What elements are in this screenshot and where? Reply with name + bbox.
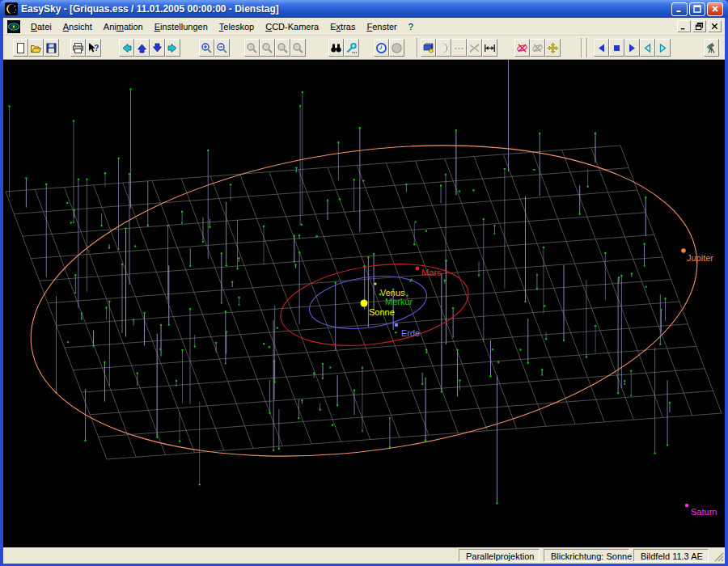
menu-item-fenster[interactable]: Fenster bbox=[361, 19, 402, 34]
menu-item-?[interactable]: ? bbox=[403, 19, 419, 34]
zoom-preset-1-button bbox=[244, 39, 260, 57]
menu-item-teleskop[interactable]: Teleskop bbox=[214, 19, 260, 34]
easysky-moon-icon bbox=[5, 2, 18, 15]
gray-circle-icon bbox=[391, 42, 403, 54]
magnifier-plus-icon bbox=[201, 42, 213, 54]
magnifier-gray-icon bbox=[292, 42, 304, 54]
night-mode-button[interactable] bbox=[436, 39, 451, 57]
menu-item-datei[interactable]: Datei bbox=[25, 19, 57, 34]
save-button[interactable] bbox=[44, 39, 59, 57]
toolbar-group bbox=[704, 39, 719, 57]
erde-dot[interactable] bbox=[395, 323, 398, 327]
maximize-button[interactable] bbox=[689, 2, 705, 16]
animate-stop-button[interactable] bbox=[609, 39, 624, 57]
planet-jupiter[interactable]: Jupiter bbox=[681, 248, 713, 263]
menu-item-ansicht[interactable]: Ansicht bbox=[57, 19, 98, 34]
toolbar-group bbox=[640, 39, 671, 57]
jupiter-dot[interactable] bbox=[681, 248, 686, 253]
open-folder-icon bbox=[30, 42, 42, 54]
open-button[interactable] bbox=[28, 39, 44, 57]
track-dots-button bbox=[451, 39, 467, 57]
merkur-dot[interactable] bbox=[379, 293, 381, 295]
find-button[interactable] bbox=[328, 39, 344, 57]
orbit-labels-button bbox=[530, 39, 545, 57]
new-button[interactable] bbox=[13, 39, 28, 57]
telescope-icon bbox=[705, 42, 717, 54]
sonne-dot[interactable] bbox=[361, 300, 368, 307]
pan-down-button[interactable] bbox=[150, 39, 165, 57]
toolbar-separator bbox=[581, 38, 582, 57]
merkur-label: Merkur bbox=[385, 297, 413, 306]
telescope-button[interactable] bbox=[704, 39, 719, 57]
clock-icon bbox=[375, 42, 387, 54]
child-restore-button[interactable] bbox=[692, 20, 706, 32]
toolbar-group bbox=[328, 39, 359, 57]
save-icon bbox=[45, 42, 57, 54]
time-button[interactable] bbox=[374, 39, 389, 57]
zoom-preset-4-button bbox=[290, 39, 306, 57]
status-projection: Parallelprojektion bbox=[459, 549, 540, 562]
settings-button[interactable] bbox=[344, 39, 359, 57]
arrow-left-cyan-icon bbox=[121, 42, 133, 54]
toolbar-group bbox=[514, 39, 561, 57]
toolbar-separator bbox=[417, 38, 418, 57]
planet-venus[interactable]: Venus bbox=[374, 282, 405, 298]
status-field-of-view: Bildfeld 11.3 AE bbox=[633, 549, 709, 562]
crossed-orbit-gray-icon bbox=[531, 42, 544, 54]
crossed-orbit-icon bbox=[516, 42, 528, 54]
sky-view[interactable]: SonneVenusMerkurErdeMarsJupiterSaturn bbox=[3, 60, 725, 547]
move-cross-icon bbox=[547, 42, 559, 54]
planet-mars[interactable]: Mars bbox=[416, 267, 442, 277]
title-bar[interactable]: EasySky - [Griquas.ess / 11.01.2005 00:0… bbox=[0, 0, 728, 18]
sky-svg[interactable]: SonneVenusMerkurErdeMarsJupiterSaturn bbox=[3, 60, 725, 547]
pan-right-button[interactable] bbox=[165, 39, 180, 57]
minimize-button[interactable] bbox=[671, 2, 688, 16]
arrow-right-cyan-icon bbox=[167, 42, 179, 54]
binoculars-icon bbox=[330, 42, 342, 54]
animate-backward-button[interactable] bbox=[594, 39, 609, 57]
menu-item-einstellungen[interactable]: Einstellungen bbox=[149, 19, 214, 34]
arrow-up-blue-icon bbox=[136, 42, 148, 54]
menu-item-animation[interactable]: Animation bbox=[98, 19, 149, 34]
close-button[interactable] bbox=[707, 2, 723, 16]
zoom-out-button[interactable] bbox=[214, 39, 230, 57]
ccd-camera-button[interactable] bbox=[421, 39, 436, 57]
step-backward-button[interactable] bbox=[640, 39, 655, 57]
constellation-lines-button bbox=[467, 39, 482, 57]
dots-icon bbox=[453, 42, 465, 54]
child-close-button[interactable] bbox=[708, 20, 722, 32]
svg-text:?: ? bbox=[94, 43, 99, 52]
menu-item-ccdkamera[interactable]: CCD-Kamera bbox=[260, 19, 324, 34]
planet-erde[interactable]: Erde bbox=[395, 323, 420, 338]
easysky-document-icon[interactable] bbox=[7, 20, 20, 33]
sphere-button bbox=[389, 39, 404, 57]
toolbar-group bbox=[594, 39, 640, 57]
menu-item-extras[interactable]: Extras bbox=[324, 19, 361, 34]
pan-left-button[interactable] bbox=[119, 39, 134, 57]
stop-icon bbox=[611, 42, 623, 54]
status-bar: Parallelprojektion Blickrichtung: Sonne … bbox=[3, 547, 725, 564]
toolbar-group: ? bbox=[70, 39, 101, 57]
resize-grip[interactable] bbox=[711, 549, 724, 562]
orbits-toggle-button[interactable] bbox=[514, 39, 530, 57]
double-arrow-icon bbox=[484, 42, 496, 54]
play-right-icon bbox=[626, 42, 638, 54]
mars-dot[interactable] bbox=[416, 267, 420, 271]
venus-dot[interactable] bbox=[374, 282, 376, 285]
context-help-button[interactable]: ? bbox=[86, 39, 101, 57]
center-object-button[interactable] bbox=[545, 39, 561, 57]
child-minimize-button[interactable] bbox=[677, 20, 691, 32]
magnifier-gray-icon bbox=[277, 42, 289, 54]
mars-orbit bbox=[275, 253, 473, 357]
magnifier-gray-icon bbox=[261, 42, 273, 54]
field-width-button[interactable] bbox=[482, 39, 497, 57]
animate-forward-button[interactable] bbox=[624, 39, 640, 57]
planet-saturn[interactable]: Saturn bbox=[685, 504, 717, 517]
saturn-dot[interactable] bbox=[685, 504, 688, 507]
pan-up-button[interactable] bbox=[134, 39, 150, 57]
step-forward-button[interactable] bbox=[655, 39, 671, 57]
erde-label: Erde bbox=[401, 328, 420, 338]
print-button[interactable] bbox=[70, 39, 86, 57]
zoom-in-button[interactable] bbox=[199, 39, 214, 57]
toolbar-group bbox=[13, 39, 59, 57]
